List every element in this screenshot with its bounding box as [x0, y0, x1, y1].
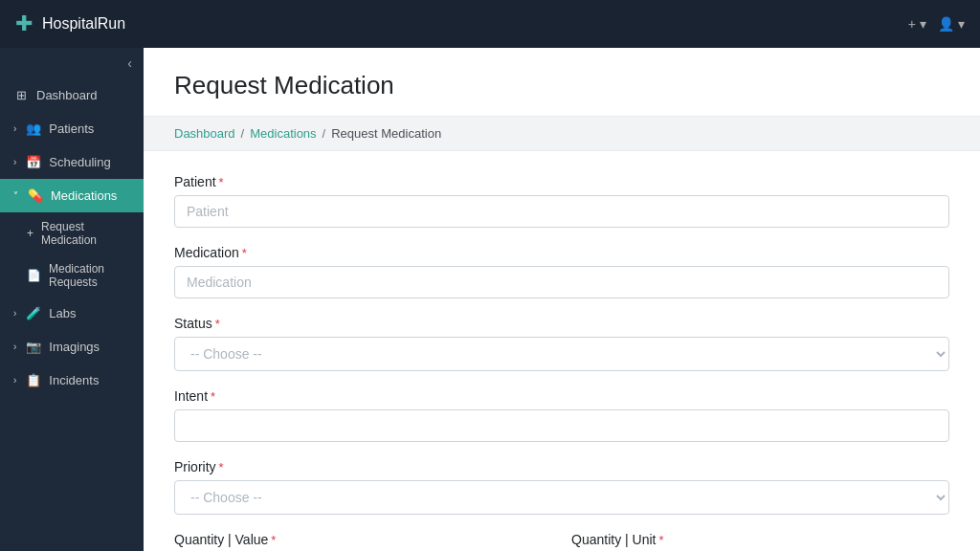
status-required-indicator: *	[215, 317, 220, 331]
top-navigation: ✚ HospitalRun + ▾ 👤 ▾	[0, 0, 980, 48]
chevron-right-icon: ›	[13, 375, 16, 386]
app-title: HospitalRun	[42, 15, 125, 33]
priority-required-indicator: *	[219, 460, 224, 474]
main-content: Request Medication Dashboard / Medicatio…	[144, 48, 980, 551]
page-header: Request Medication	[144, 48, 980, 117]
status-label: Status *	[174, 316, 949, 331]
sidebar-item-incidents[interactable]: › 📋 Incidents	[0, 364, 144, 397]
priority-label: Priority *	[174, 459, 949, 474]
sidebar-item-medications[interactable]: ˅ 💊 Medications	[0, 179, 144, 212]
page-title: Request Medication	[174, 71, 949, 100]
intent-input[interactable]: Order	[174, 409, 949, 442]
breadcrumb-separator-1: /	[241, 126, 245, 141]
sidebar-item-label: Labs	[49, 306, 76, 320]
breadcrumb-separator-2: /	[323, 126, 326, 141]
sidebar-item-label: Incidents	[49, 373, 99, 387]
sidebar-sub-item-label: Request Medication	[41, 220, 130, 247]
breadcrumb-current: Request Medication	[331, 126, 441, 141]
sidebar: ‹ ⊞ Dashboard › 👥 Patients › 📅 Schedulin…	[0, 48, 144, 551]
chevron-right-icon: ›	[13, 157, 16, 167]
add-chevron-icon: ▾	[920, 16, 926, 32]
sidebar-item-label: Scheduling	[49, 155, 110, 169]
chevron-right-icon: ›	[13, 308, 16, 319]
add-icon: +	[908, 16, 916, 32]
medications-icon: 💊	[28, 188, 43, 203]
qty-unit-label: Quantity | Unit *	[571, 532, 949, 547]
user-button[interactable]: 👤 ▾	[938, 16, 965, 32]
incidents-icon: 📋	[26, 373, 41, 387]
intent-field-group: Intent * Order	[174, 388, 949, 442]
sidebar-item-label: Imagings	[49, 340, 100, 354]
chevron-right-icon: ›	[13, 342, 16, 352]
nav-brand: ✚ HospitalRun	[15, 11, 125, 36]
sidebar-sub-item-label: Medication Requests	[49, 262, 130, 289]
sidebar-item-label: Dashboard	[36, 88, 98, 102]
qty-value-label: Quantity | Value *	[174, 532, 552, 547]
qty-value-required-indicator: *	[271, 533, 276, 547]
scheduling-icon: 📅	[26, 155, 41, 169]
sidebar-item-request-medication[interactable]: + Request Medication	[0, 212, 144, 254]
patient-required-indicator: *	[219, 175, 224, 189]
patient-label: Patient *	[174, 174, 949, 189]
breadcrumb-medications[interactable]: Medications	[250, 126, 316, 141]
patient-input[interactable]	[174, 195, 949, 228]
patient-field-group: Patient *	[174, 174, 949, 228]
sidebar-item-patients[interactable]: › 👥 Patients	[0, 112, 144, 145]
imagings-icon: 📷	[26, 340, 41, 354]
qty-value-field-group: Quantity | Value *	[174, 532, 552, 551]
priority-field-group: Priority * -- Choose -- Routine Urgent S…	[174, 459, 949, 515]
patients-icon: 👥	[26, 121, 41, 136]
qty-unit-field-group: Quantity | Unit *	[571, 532, 949, 551]
user-icon: 👤	[938, 16, 954, 32]
medication-required-indicator: *	[242, 246, 247, 260]
intent-label: Intent *	[174, 388, 949, 404]
sidebar-item-label: Patients	[49, 121, 94, 136]
priority-select[interactable]: -- Choose -- Routine Urgent Stat	[174, 480, 949, 515]
chevron-down-icon: ˅	[13, 190, 18, 201]
labs-icon: 🧪	[26, 306, 41, 320]
status-select[interactable]: -- Choose -- Active Inactive	[174, 337, 949, 371]
chevron-right-icon: ›	[13, 123, 16, 134]
main-layout: ‹ ⊞ Dashboard › 👥 Patients › 📅 Schedulin…	[0, 48, 980, 551]
breadcrumb-dashboard[interactable]: Dashboard	[174, 126, 235, 141]
request-medication-form: Patient * Medication * Status *	[144, 151, 980, 551]
sidebar-item-imagings[interactable]: › 📷 Imagings	[0, 330, 144, 364]
medication-field-group: Medication *	[174, 245, 949, 298]
status-field-group: Status * -- Choose -- Active Inactive	[174, 316, 949, 371]
intent-required-indicator: *	[211, 389, 215, 404]
nav-actions: + ▾ 👤 ▾	[908, 16, 965, 32]
breadcrumb: Dashboard / Medications / Request Medica…	[144, 117, 980, 151]
sidebar-item-labs[interactable]: › 🧪 Labs	[0, 297, 144, 330]
sidebar-item-label: Medications	[51, 188, 117, 203]
medication-label: Medication *	[174, 245, 949, 260]
dashboard-icon: ⊞	[13, 88, 29, 102]
add-button[interactable]: + ▾	[908, 16, 926, 32]
user-chevron-icon: ▾	[958, 16, 965, 32]
quantity-row: Quantity | Value * Quantity | Unit *	[174, 532, 949, 551]
qty-unit-required-indicator: *	[658, 533, 663, 547]
sidebar-item-scheduling[interactable]: › 📅 Scheduling	[0, 145, 144, 179]
sidebar-item-dashboard[interactable]: ⊞ Dashboard	[0, 78, 144, 112]
medication-input[interactable]	[174, 266, 949, 298]
plus-icon: +	[27, 227, 33, 240]
sidebar-toggle[interactable]: ‹	[0, 48, 144, 78]
document-icon: 📄	[27, 269, 41, 282]
logo-icon: ✚	[15, 11, 33, 36]
sidebar-item-medication-requests[interactable]: 📄 Medication Requests	[0, 254, 144, 297]
